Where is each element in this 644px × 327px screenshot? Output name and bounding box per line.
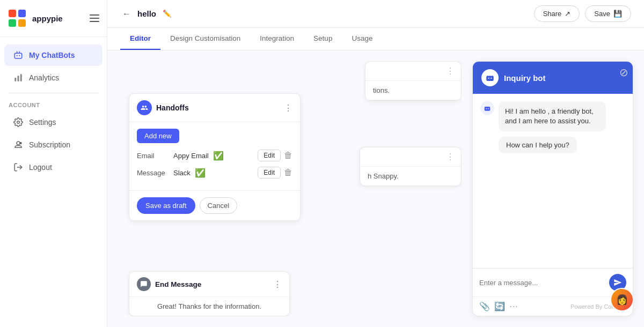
editor-area: ⋮ tions. Handoffs ⋮ Add new — [107, 50, 644, 327]
svg-point-19 — [488, 108, 489, 109]
save-button[interactable]: Save 💾 — [585, 5, 631, 22]
account-label: Account — [0, 98, 107, 110]
node-partial-text-top: tions. — [365, 81, 461, 100]
user-avatar-image: 👩 — [611, 289, 633, 310]
chat-messages: Hi! I am hello , a friendly bot, and I a… — [473, 94, 633, 268]
handoffs-title: Handoffs — [156, 103, 189, 112]
svg-point-5 — [17, 55, 18, 56]
user-avatar-bottom: 👩 — [610, 288, 633, 311]
share-label: Share — [543, 10, 562, 18]
delete-icon-slack[interactable]: 🗑 — [284, 168, 292, 177]
chat-header: Inquiry bot — [473, 62, 633, 94]
delete-icon-email[interactable]: 🗑 — [284, 151, 292, 160]
sidebar-item-my-chatbots[interactable]: My ChatBots — [4, 44, 103, 66]
add-new-button[interactable]: Add new — [137, 129, 179, 143]
node-menu-mid[interactable]: ⋮ — [446, 152, 455, 162]
analytics-icon — [13, 72, 24, 83]
more-icon[interactable]: ⋯ — [509, 301, 518, 311]
hamburger-menu[interactable] — [90, 14, 99, 22]
node-card-top: ⋮ tions. — [365, 61, 462, 101]
handoffs-card-menu[interactable]: ⋮ — [284, 103, 292, 113]
attachment-icon[interactable]: 📎 — [479, 301, 490, 311]
sidebar-item-settings[interactable]: Settings — [4, 112, 103, 133]
tab-design[interactable]: Design Customisation — [160, 28, 250, 50]
svg-point-16 — [491, 78, 492, 79]
save-icon: 💾 — [613, 10, 622, 18]
end-message-menu[interactable]: ⋮ — [273, 279, 282, 289]
chat-question-bubble-row: How can I help you? — [499, 137, 625, 153]
chatbot-icon — [13, 50, 24, 61]
chat-input[interactable] — [479, 279, 605, 287]
sidebar-item-analytics[interactable]: Analytics — [4, 67, 103, 88]
handoff-type-email: Email — [137, 152, 169, 160]
sidebar-item-label-my-chatbots: My ChatBots — [29, 51, 75, 60]
end-message-title: End Message — [155, 280, 201, 288]
node-card-mid: ⋮ h Snappy. — [360, 147, 462, 186]
save-draft-button[interactable]: Save as draft — [137, 197, 195, 214]
node-menu-top[interactable]: ⋮ — [446, 66, 455, 76]
svg-point-15 — [488, 78, 489, 79]
header: ← hello ✏️ Share ↗ Save 💾 — [107, 0, 644, 28]
edit-button-email[interactable]: Edit — [258, 150, 281, 161]
sidebar-item-label-subscription: Subscription — [29, 140, 70, 149]
handoffs-card-header: Handoffs ⋮ — [129, 94, 300, 122]
header-left: ← hello ✏️ — [120, 7, 174, 21]
chat-bot-name: Inquiry bot — [504, 73, 546, 83]
subscription-icon — [13, 139, 24, 150]
sidebar-divider — [9, 93, 98, 93]
flow-canvas[interactable]: ⋮ tions. Handoffs ⋮ Add new — [118, 61, 462, 316]
svg-rect-3 — [18, 19, 26, 27]
chat-input-area — [473, 268, 633, 296]
sidebar: appypie My ChatBots — [0, 0, 107, 327]
chat-message-1: Hi! I am hello , a friendly bot, and I a… — [480, 101, 625, 131]
refresh-icon[interactable]: 🔄 — [494, 301, 505, 311]
settings-icon — [13, 117, 24, 128]
main-content: ← hello ✏️ Share ↗ Save 💾 Editor Design … — [107, 0, 644, 327]
svg-point-18 — [486, 108, 487, 109]
tabs-bar: Editor Design Customisation Integration … — [107, 28, 644, 50]
share-button[interactable]: Share ↗ — [534, 5, 580, 22]
check-icon-slack: ✅ — [195, 168, 206, 178]
svg-rect-14 — [486, 76, 494, 81]
handoff-row-email: Email Appy Email ✅ Edit 🗑 — [137, 150, 292, 161]
header-right: Share ↗ Save 💾 — [534, 5, 631, 22]
sidebar-logo: appypie — [0, 0, 107, 37]
end-message-header: End Message ⋮ — [129, 272, 289, 297]
svg-rect-17 — [485, 107, 491, 111]
svg-point-10 — [17, 121, 20, 124]
edit-button-slack[interactable]: Edit — [258, 167, 281, 179]
sidebar-item-logout[interactable]: Logout — [4, 157, 103, 178]
sidebar-item-subscription[interactable]: Subscription — [4, 134, 103, 155]
svg-point-11 — [17, 142, 20, 145]
appypie-logo-icon — [8, 9, 27, 28]
logo-text: appypie — [32, 14, 63, 23]
cancel-button[interactable]: Cancel — [200, 197, 237, 214]
tab-setup[interactable]: Setup — [304, 28, 342, 50]
svg-rect-9 — [20, 74, 22, 81]
save-label: Save — [594, 10, 610, 18]
chat-panel: ⊘ Inquiry bot — [472, 61, 633, 316]
back-button[interactable]: ← — [120, 7, 133, 21]
check-icon-email: ✅ — [213, 151, 224, 161]
svg-point-12 — [19, 142, 22, 145]
sidebar-item-label-logout: Logout — [29, 163, 52, 172]
tab-editor[interactable]: Editor — [120, 28, 160, 50]
handoff-row-message: Message Slack ✅ Edit 🗑 — [137, 167, 292, 179]
svg-rect-1 — [18, 10, 26, 17]
tab-usage[interactable]: Usage — [342, 28, 382, 50]
svg-rect-7 — [14, 78, 16, 81]
tab-integration[interactable]: Integration — [250, 28, 304, 50]
handoff-actions-slack: Edit 🗑 — [258, 167, 292, 179]
node-partial-text-mid: h Snappy. — [360, 167, 461, 185]
bot-avatar-1 — [480, 101, 494, 115]
chat-bubble-1: Hi! I am hello , a friendly bot, and I a… — [499, 101, 606, 131]
handoffs-card-body: Add new Email Appy Email ✅ Edit 🗑 Messag — [129, 122, 300, 190]
end-message-body: Great! Thanks for the information. — [129, 297, 289, 316]
chat-disable-icon[interactable]: ⊘ — [619, 66, 628, 78]
end-message-card: End Message ⋮ Great! Thanks for the info… — [129, 271, 290, 316]
edit-name-button[interactable]: ✏️ — [160, 8, 174, 20]
chat-question-bubble: How can I help you? — [499, 137, 577, 153]
svg-rect-0 — [9, 10, 16, 17]
handoff-value-slack: Slack — [173, 169, 191, 177]
bot-name: hello — [137, 9, 156, 18]
